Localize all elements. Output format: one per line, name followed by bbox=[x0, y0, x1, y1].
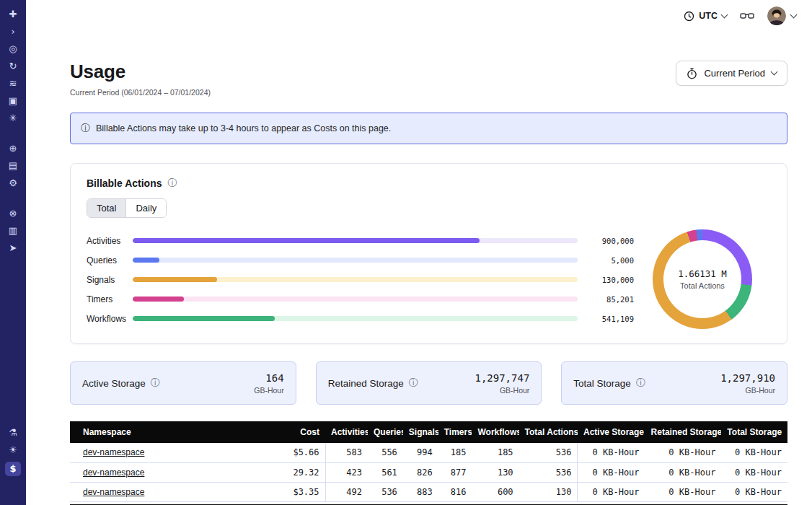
period-selector-button[interactable]: Current Period bbox=[676, 61, 787, 86]
column-header: Queries bbox=[368, 421, 403, 443]
storage-card: Active Storageⓘ164GB-Hour bbox=[70, 361, 296, 405]
card-title: Billable Actions bbox=[87, 177, 162, 189]
circle-cross-icon[interactable]: ⊗ bbox=[5, 208, 21, 219]
collapse-chevron-icon[interactable]: › bbox=[5, 26, 21, 38]
table-cell: 0 KB-Hour bbox=[721, 482, 787, 501]
table-cell: 561 bbox=[368, 462, 403, 482]
banner-text: Billable Actions may take up to 3-4 hour… bbox=[96, 123, 391, 133]
storage-unit: GB-Hour bbox=[475, 386, 529, 395]
bar-fill bbox=[133, 316, 275, 321]
avatar bbox=[767, 6, 786, 25]
bar-track bbox=[133, 258, 578, 263]
info-icon[interactable]: ⓘ bbox=[409, 377, 418, 390]
timezone-selector[interactable]: UTC bbox=[684, 11, 727, 22]
glasses-button[interactable] bbox=[740, 12, 754, 20]
bar-fill bbox=[133, 238, 480, 243]
storage-card-label: Retained Storageⓘ bbox=[328, 377, 418, 390]
storage-value: 164 bbox=[254, 372, 283, 384]
history-icon[interactable]: ↻ bbox=[5, 61, 21, 72]
column-header: Retained Storage bbox=[645, 421, 722, 443]
bar-fill bbox=[133, 277, 217, 282]
bar-row: Workflows541,109 bbox=[87, 312, 634, 325]
cube-icon[interactable]: ▣ bbox=[5, 95, 21, 107]
total-actions-label: Total Actions bbox=[680, 281, 725, 290]
namespace-table: NamespaceCostActivitiesQueriesSignalsTim… bbox=[70, 421, 787, 502]
globe-icon[interactable]: ⊕ bbox=[5, 143, 21, 154]
table-cell: 492 bbox=[325, 482, 368, 501]
namespace-link[interactable]: dev-namespace bbox=[83, 447, 144, 457]
table-cell: 0 KB-Hour bbox=[721, 462, 787, 482]
table-cell: 185 bbox=[438, 443, 472, 462]
namespace-link[interactable]: dev-namespace bbox=[83, 487, 144, 497]
page-title: Usage bbox=[70, 61, 211, 83]
bar-value: 130,000 bbox=[578, 276, 634, 284]
sidebar-group: ✚›◎↻≋▣✳ bbox=[5, 9, 21, 124]
table-cell: 0 KB-Hour bbox=[721, 443, 787, 462]
column-header: Activities bbox=[325, 421, 368, 443]
gear-icon[interactable]: ⚙ bbox=[5, 177, 21, 189]
main-area: UTC Usage Current Period (06/01/2024 – 0… bbox=[26, 0, 812, 505]
info-icon[interactable]: ⓘ bbox=[636, 377, 645, 390]
bar-value: 541,109 bbox=[578, 315, 634, 323]
page-header: Usage Current Period (06/01/2024 – 07/01… bbox=[70, 61, 787, 97]
chevron-down-icon bbox=[771, 69, 778, 76]
storage-card: Retained Storageⓘ1,297,747GB-Hour bbox=[316, 361, 542, 405]
donut-chart: 1.66131 M Total Actions bbox=[634, 229, 771, 329]
column-header: Total Actions bbox=[519, 421, 578, 443]
user-menu[interactable] bbox=[767, 6, 796, 25]
bar-track bbox=[133, 277, 578, 282]
topbar: UTC bbox=[26, 0, 812, 32]
sidebar-group: ⊕▤⚙ bbox=[5, 143, 21, 189]
info-icon[interactable]: ⓘ bbox=[151, 377, 160, 390]
stopwatch-icon bbox=[687, 68, 697, 79]
tab-daily[interactable]: Daily bbox=[125, 199, 166, 217]
bar-value: 900,000 bbox=[578, 237, 634, 245]
docs-icon[interactable]: ▥ bbox=[5, 225, 21, 237]
storage-label-text: Total Storage bbox=[573, 378, 631, 389]
table-cell: 826 bbox=[403, 462, 438, 482]
bar-fill bbox=[133, 297, 184, 302]
total-actions-value: 1.66131 M bbox=[678, 268, 727, 279]
flask-icon[interactable]: ⚗ bbox=[5, 427, 21, 439]
asterisk-icon[interactable]: ✳ bbox=[5, 113, 21, 124]
bar-label: Activities bbox=[87, 236, 133, 246]
rocket-icon[interactable]: ➤ bbox=[5, 242, 21, 254]
sun-icon[interactable]: ☀ bbox=[5, 444, 21, 456]
billing-card-icon[interactable]: ▤ bbox=[5, 160, 21, 172]
layers-icon[interactable]: ≋ bbox=[5, 78, 21, 89]
target-circle-icon[interactable]: ◎ bbox=[5, 43, 21, 55]
dollar-icon[interactable]: $ bbox=[5, 462, 21, 476]
bar-row: Timers85,201 bbox=[87, 292, 634, 306]
storage-card: Total Storageⓘ1,297,910GB-Hour bbox=[561, 361, 787, 405]
table-cell: 0 KB-Hour bbox=[578, 443, 645, 462]
sidebar-group: ⚗☀$ bbox=[5, 427, 21, 476]
table-cell: dev-namespace bbox=[70, 462, 255, 482]
table-cell: 185 bbox=[472, 443, 518, 462]
info-icon[interactable]: ⓘ bbox=[168, 177, 177, 190]
storage-cards: Active Storageⓘ164GB-HourRetained Storag… bbox=[70, 361, 787, 405]
sidebar: ✚›◎↻≋▣✳⊕▤⚙⊗▥➤⚗☀$ bbox=[0, 0, 26, 505]
table-cell: 29.32 bbox=[255, 462, 325, 482]
bar-chart: Activities900,000Queries5,000Signals130,… bbox=[87, 229, 634, 329]
bar-value: 5,000 bbox=[578, 256, 634, 265]
table-cell: 130 bbox=[472, 462, 518, 482]
namespace-link[interactable]: dev-namespace bbox=[83, 467, 144, 478]
page-subtitle: Current Period (06/01/2024 – 07/01/2024) bbox=[70, 88, 211, 97]
storage-label-text: Retained Storage bbox=[328, 378, 404, 389]
billable-actions-card: Billable Actions ⓘ TotalDaily Activities… bbox=[70, 163, 787, 344]
table-cell: 536 bbox=[519, 443, 578, 462]
table-cell: 556 bbox=[368, 443, 403, 462]
column-header: Active Storage bbox=[578, 421, 645, 443]
bar-track bbox=[133, 316, 578, 321]
table-cell: $3.35 bbox=[255, 482, 325, 501]
table-cell: 0 KB-Hour bbox=[645, 443, 722, 462]
storage-value: 1,297,910 bbox=[720, 372, 775, 384]
temporal-logo[interactable]: ✚ bbox=[5, 9, 21, 20]
bar-label: Timers bbox=[87, 294, 133, 304]
bar-label: Workflows bbox=[87, 314, 133, 324]
column-header: Namespace bbox=[70, 421, 255, 443]
tab-total[interactable]: Total bbox=[87, 199, 125, 217]
table-cell: 600 bbox=[472, 482, 518, 501]
donut-ring: 1.66131 M Total Actions bbox=[653, 229, 752, 329]
card-title-row: Billable Actions ⓘ bbox=[87, 177, 771, 190]
